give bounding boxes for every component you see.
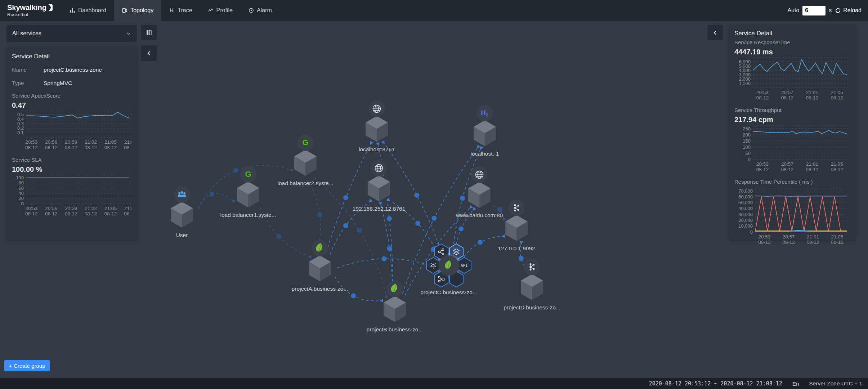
- trace-icon: [169, 8, 175, 13]
- svg-text:0.1: 0.1: [17, 130, 24, 135]
- svg-text:08-12: 08-12: [806, 167, 819, 172]
- nav-item-dashboard[interactable]: Dashboard: [62, 0, 114, 21]
- time-range-picker[interactable]: 2020-08-12 20:53:12 ~ 2020-08-12 21:08:1…: [649, 380, 782, 387]
- svg-text:21:05: 21:05: [104, 139, 117, 145]
- svg-text:20:53: 20:53: [25, 139, 37, 145]
- svg-text:08-12: 08-12: [756, 167, 769, 172]
- svg-text:20:56: 20:56: [45, 139, 57, 145]
- svg-text:08-12: 08-12: [831, 95, 843, 100]
- svg-text:200: 200: [743, 132, 751, 138]
- panel-title: Service Detail: [12, 53, 131, 60]
- percentile-title: Response Time Percentile ( ms ): [734, 179, 850, 185]
- reload-button[interactable]: Reload: [835, 7, 862, 14]
- topology-edge: [379, 202, 393, 292]
- service-detail-panel-right: Service Detail Service ResponseTime 4447…: [729, 25, 855, 240]
- crescent-icon: [47, 4, 53, 12]
- topology-node-kafka[interactable]: 127.0.0.1:9092: [498, 200, 535, 251]
- svg-text:50,000: 50,000: [738, 200, 753, 205]
- topology-node-lh8761[interactable]: localhost:8761: [359, 100, 395, 152]
- nav-item-label: Alarm: [257, 7, 272, 14]
- svg-text:08-12: 08-12: [45, 211, 58, 216]
- go-icon: G: [245, 170, 251, 179]
- view-toggle-button[interactable]: [141, 25, 157, 40]
- reload-icon: [835, 8, 841, 14]
- topology-node-user[interactable]: User: [171, 186, 193, 238]
- svg-text:20:56: 20:56: [45, 206, 57, 211]
- auto-refresh-interval-input[interactable]: [802, 6, 826, 15]
- nav-item-alarm[interactable]: Alarm: [241, 0, 280, 21]
- throughput-title: Service Throughput: [734, 107, 850, 113]
- svg-text:21:01: 21:01: [806, 90, 818, 95]
- service-detail-panel-left: Service Detail Name projectC.business-zo…: [6, 47, 137, 240]
- status-bar: 2020-08-12 20:53:12 ~ 2020-08-12 21:08:1…: [0, 378, 868, 389]
- node-label: User: [176, 232, 188, 238]
- collapse-right-panel-button[interactable]: [707, 25, 723, 40]
- svg-text:08-12: 08-12: [781, 95, 794, 100]
- svg-text:21:05: 21:05: [104, 206, 117, 211]
- apdex-chart: 0.50.40.30.20.120:5308-1220:5608-1220:59…: [12, 111, 131, 151]
- percentile-chart: 70,00060,00050,00040,00030,00020,00010,0…: [734, 188, 850, 246]
- svg-text:21:05: 21:05: [831, 90, 843, 95]
- dashboard-icon: [70, 8, 75, 13]
- svg-text:1,000: 1,000: [739, 81, 751, 86]
- svg-text:40,000: 40,000: [738, 206, 753, 211]
- svg-text:50: 50: [746, 151, 751, 156]
- server-zone-label: Server Zone UTC + 1: [809, 380, 862, 387]
- svg-text:150: 150: [743, 138, 751, 144]
- svg-text:20:57: 20:57: [783, 234, 795, 240]
- svg-text:20:59: 20:59: [65, 206, 77, 211]
- topology-node-lb2[interactable]: Gload balancer2.syste...: [277, 134, 333, 186]
- topology-node-projD[interactable]: projectD.business-zo...: [504, 259, 560, 310]
- sla-chart: 10080604020020:5308-1220:5608-1220:5908-…: [12, 175, 131, 217]
- name-label: Name: [12, 66, 44, 73]
- topology-node-ip8761[interactable]: 192.168.252.12:8761: [353, 160, 406, 212]
- auto-label: Auto: [787, 7, 799, 14]
- svg-text:08-12: 08-12: [758, 240, 771, 245]
- svg-text:G: G: [245, 170, 251, 179]
- collapse-left-panel-button[interactable]: [141, 45, 157, 61]
- nav-item-label: Dashboard: [78, 7, 106, 14]
- reload-label: Reload: [843, 7, 862, 14]
- svg-text:08-12: 08-12: [104, 211, 117, 216]
- node-label: localhost:8761: [359, 146, 395, 152]
- throughput-value: 217.94 cpm: [734, 116, 850, 124]
- topology-node-lhneg1[interactable]: H2localhost:-1: [470, 105, 499, 157]
- auto-unit: s: [829, 7, 832, 14]
- nav-item-profile[interactable]: Profile: [200, 0, 241, 21]
- svg-text:08-12: 08-12: [782, 240, 795, 245]
- node-label: projectA.business-zo...: [292, 286, 348, 292]
- app-logo: Skywalking Rocketbot: [0, 0, 62, 21]
- svg-text:40: 40: [19, 191, 24, 196]
- topology-edge: [381, 140, 440, 250]
- topology-node-projA[interactable]: projectA.business-zo...: [292, 240, 348, 292]
- node-menu-alarm-clock-icon[interactable]: [426, 258, 440, 273]
- main-nav: DashboardTopologyTraceProfileAlarm: [62, 0, 280, 21]
- logo-subtitle: Rocketbot: [7, 12, 53, 17]
- svg-text:21:02: 21:02: [85, 206, 97, 211]
- node-menu-api-label[interactable]: API: [457, 258, 471, 273]
- svg-text:08-12: 08-12: [65, 145, 77, 150]
- node-label: 192.168.252.12:8761: [353, 206, 406, 212]
- nav-item-label: Trace: [178, 7, 192, 14]
- chevron-left-icon: [147, 50, 152, 56]
- language-switch[interactable]: En: [792, 381, 799, 387]
- services-select[interactable]: All services: [6, 25, 137, 42]
- chevron-down-icon: [126, 31, 131, 36]
- nav-item-trace[interactable]: Trace: [161, 0, 200, 21]
- apdex-title: Service ApdexScore: [12, 93, 131, 99]
- topology-edge: [198, 192, 236, 210]
- svg-text:08-12: 08-12: [25, 211, 38, 216]
- svg-text:08-12: 08-12: [831, 167, 843, 172]
- svg-text:08-12: 08-12: [65, 211, 77, 216]
- topology-node-baidu[interactable]: www.baidu.com:80: [456, 166, 503, 218]
- type-label: Type: [12, 79, 44, 87]
- sla-value: 100.00 %: [12, 165, 131, 174]
- svg-text:G: G: [302, 138, 308, 147]
- nav-item-topology[interactable]: Topology: [114, 0, 161, 21]
- throughput-chart: 25020015010050020:5308-1220:5708-1221:01…: [734, 125, 850, 173]
- svg-text:20:53: 20:53: [759, 234, 771, 240]
- svg-text:08-12: 08-12: [104, 145, 117, 150]
- create-group-button[interactable]: + Create group: [4, 360, 50, 371]
- topology-node-projB[interactable]: projectB.business-zo...: [367, 281, 423, 332]
- svg-text:08-12: 08-12: [807, 240, 819, 245]
